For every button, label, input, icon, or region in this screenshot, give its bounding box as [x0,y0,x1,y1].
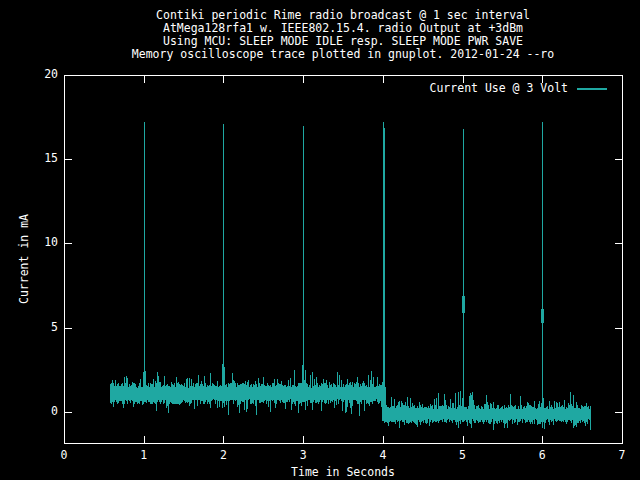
x-tick-label: 0 [49,449,79,462]
legend-line-sample [577,88,607,90]
y-tick-label: 0 [0,405,58,418]
y-tick-label: 10 [0,236,58,249]
plot-area [0,0,640,480]
x-tick-label: 5 [448,449,478,462]
x-tick-label: 1 [129,449,159,462]
x-tick-label: 6 [527,449,557,462]
y-tick-label: 20 [0,68,58,81]
current-trace [111,122,591,430]
legend: Current Use @ 3 Volt [0,82,607,95]
x-axis-title: Time in Seconds [46,466,640,479]
x-tick-label: 7 [607,449,637,462]
x-tick-label: 2 [208,449,238,462]
x-tick-label: 3 [288,449,318,462]
legend-label: Current Use @ 3 Volt [430,82,568,95]
y-axis-title: Current in mA [18,214,31,304]
y-tick-label: 5 [0,321,58,334]
y-tick-label: 15 [0,152,58,165]
x-tick-label: 4 [368,449,398,462]
gnuplot-chart-window: Contiki periodic Rime radio broadcast @ … [0,0,640,480]
